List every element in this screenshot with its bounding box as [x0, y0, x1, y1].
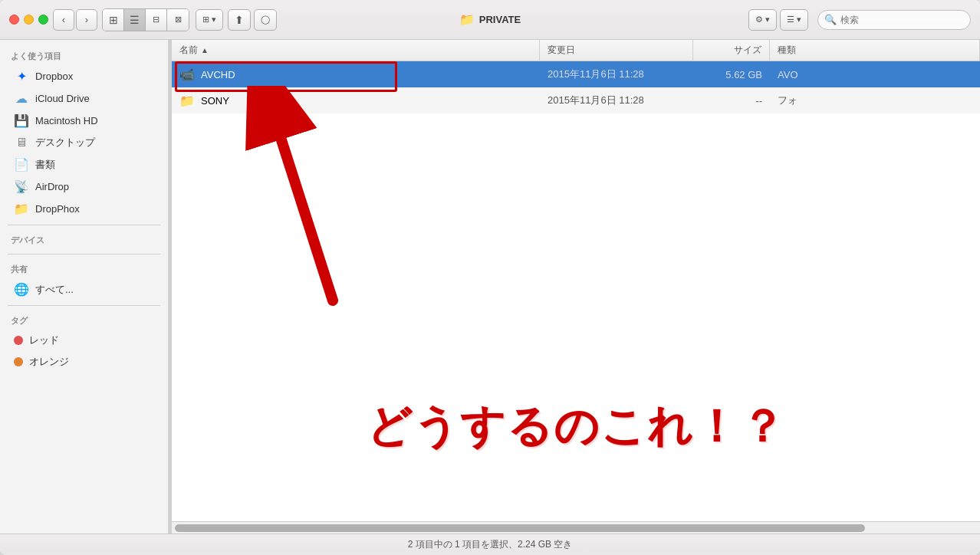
- status-bar: 2 項目中の 1 項目を選択、2.24 GB 空き: [0, 534, 980, 555]
- globe-icon: 🌐: [14, 282, 29, 297]
- tag-button[interactable]: ◯: [254, 9, 277, 31]
- sidebar-item-label-airdrop: AirDrop: [35, 181, 69, 192]
- icon-view-button[interactable]: ⊞: [103, 9, 124, 31]
- sidebar-item-label-documents: 書類: [35, 158, 55, 172]
- sidebar-item-label-dropphox: DropPhox: [35, 203, 80, 215]
- file-name: AVCHD: [201, 69, 235, 80]
- sidebar-item-icloud[interactable]: ☁ iCloud Drive: [3, 87, 165, 110]
- file-size-cell: 5.62 GB: [693, 61, 770, 87]
- desktop-icon: 🖥: [14, 136, 29, 149]
- sidebar-item-label-desktop: デスクトップ: [35, 136, 95, 149]
- file-name-cell: 📁 SONY: [172, 87, 540, 113]
- file-area: 名前 ▲ 変更日 サイズ 種類 📹 AV: [172, 40, 980, 534]
- sidebar-item-all[interactable]: 🌐 すべて...: [3, 278, 165, 300]
- sidebar-item-label-macintosh: Macintosh HD: [35, 115, 98, 126]
- finder-window: ‹ › ⊞ ☰ ⊟ ⊠ ⊞ ▾ ⬆ ◯ 📁 PRIVATE: [0, 0, 980, 555]
- titlebar: ‹ › ⊞ ☰ ⊟ ⊠ ⊞ ▾ ⬆ ◯ 📁 PRIVATE: [0, 0, 980, 40]
- airdrop-icon: 📡: [14, 179, 29, 194]
- dropbox-icon: ✦: [14, 69, 29, 84]
- search-box[interactable]: 🔍: [817, 10, 971, 30]
- sidebar-section-favorites: よく使う項目: [0, 46, 168, 65]
- sidebar-section-tags: タグ: [0, 310, 168, 330]
- sidebar-item-label-red: レッド: [29, 333, 59, 347]
- file-size-cell: --: [693, 87, 770, 113]
- traffic-lights: [9, 15, 48, 25]
- sidebar-item-red-tag[interactable]: レッド: [3, 330, 165, 351]
- sidebar-item-dropphox[interactable]: 📁 DropPhox: [3, 198, 165, 220]
- view-group: ⊞ ☰ ⊟ ⊠: [102, 8, 189, 31]
- title-folder-icon: 📁: [459, 12, 475, 27]
- red-tag-dot: [14, 336, 23, 345]
- icloud-icon: ☁: [14, 91, 29, 106]
- search-icon: 🔍: [824, 14, 837, 25]
- sidebar-item-label-icloud: iCloud Drive: [35, 93, 90, 104]
- sort-arrow: ▲: [201, 46, 209, 54]
- col-header-date[interactable]: 変更日: [540, 40, 693, 61]
- sidebar-item-documents[interactable]: 📄 書類: [3, 153, 165, 176]
- sidebar-item-airdrop[interactable]: 📡 AirDrop: [3, 176, 165, 198]
- sidebar-divider-tags: [8, 305, 160, 306]
- sidebar-item-label-all: すべて...: [35, 283, 74, 297]
- sidebar-item-label-dropbox: Dropbox: [35, 71, 73, 82]
- share-button[interactable]: ⬆: [228, 9, 251, 31]
- sidebar-item-label-orange: オレンジ: [29, 355, 69, 369]
- main-content: よく使う項目 ✦ Dropbox ☁ iCloud Drive 💾 Macint…: [0, 40, 980, 534]
- sidebar-section-shared: 共有: [0, 259, 168, 278]
- sidebar-divider-shared: [8, 254, 160, 255]
- close-button[interactable]: [9, 15, 19, 25]
- file-list: 📹 AVCHD 2015年11月6日 11:28 5.62 GB AVO: [172, 61, 980, 521]
- table-row[interactable]: 📹 AVCHD 2015年11月6日 11:28 5.62 GB AVO: [172, 61, 980, 87]
- col-header-type[interactable]: 種類: [770, 40, 980, 61]
- folder-file-icon: 📁: [179, 94, 195, 108]
- orange-tag-dot: [14, 357, 23, 366]
- cover-flow-button[interactable]: ⊠: [167, 9, 189, 31]
- nav-buttons: ‹ ›: [53, 9, 97, 31]
- avchd-file-icon: 📹: [179, 67, 195, 82]
- col-header-name[interactable]: 名前 ▲: [172, 40, 540, 61]
- file-date-cell: 2015年11月6日 11:28: [540, 61, 693, 87]
- file-name: SONY: [201, 95, 229, 107]
- sidebar-section-devices: デバイス: [0, 230, 168, 249]
- file-type-cell: AVO: [770, 61, 980, 87]
- dropphox-icon: 📁: [14, 202, 29, 216]
- forward-button[interactable]: ›: [76, 9, 97, 31]
- table-row[interactable]: 📁 SONY 2015年11月6日 11:28 -- フォ: [172, 87, 980, 113]
- list-dropdown[interactable]: ☰ ▾: [780, 9, 808, 31]
- minimize-button[interactable]: [24, 15, 34, 25]
- gear-dropdown[interactable]: ⚙ ▾: [748, 9, 777, 31]
- sidebar-item-desktop[interactable]: 🖥 デスクトップ: [3, 132, 165, 153]
- doc-icon: 📄: [14, 157, 29, 172]
- window-title-area: 📁 PRIVATE: [459, 12, 521, 27]
- col-header-size[interactable]: サイズ: [693, 40, 770, 61]
- column-view-button[interactable]: ⊟: [146, 9, 167, 31]
- status-text: 2 項目中の 1 項目を選択、2.24 GB 空き: [408, 538, 573, 551]
- arrange-dropdown[interactable]: ⊞ ▾: [196, 9, 223, 31]
- file-name-cell: 📹 AVCHD: [172, 61, 540, 87]
- file-date-cell: 2015年11月6日 11:28: [540, 87, 693, 113]
- sidebar-item-orange-tag[interactable]: オレンジ: [3, 351, 165, 373]
- scroll-thumb[interactable]: [175, 524, 865, 532]
- maximize-button[interactable]: [38, 15, 48, 25]
- sidebar: よく使う項目 ✦ Dropbox ☁ iCloud Drive 💾 Macint…: [0, 40, 169, 534]
- list-view-button[interactable]: ☰: [124, 9, 146, 31]
- file-type-cell: フォ: [770, 87, 980, 113]
- search-input[interactable]: [840, 15, 948, 25]
- scroll-track[interactable]: [172, 521, 980, 534]
- hdd-icon: 💾: [14, 113, 29, 128]
- sidebar-item-macintosh-hd[interactable]: 💾 Macintosh HD: [3, 110, 165, 132]
- sidebar-item-dropbox[interactable]: ✦ Dropbox: [3, 65, 165, 87]
- back-button[interactable]: ‹: [53, 9, 74, 31]
- window-title: PRIVATE: [479, 14, 521, 25]
- sidebar-divider-devices: [8, 225, 160, 225]
- column-headers: 名前 ▲ 変更日 サイズ 種類: [172, 40, 980, 61]
